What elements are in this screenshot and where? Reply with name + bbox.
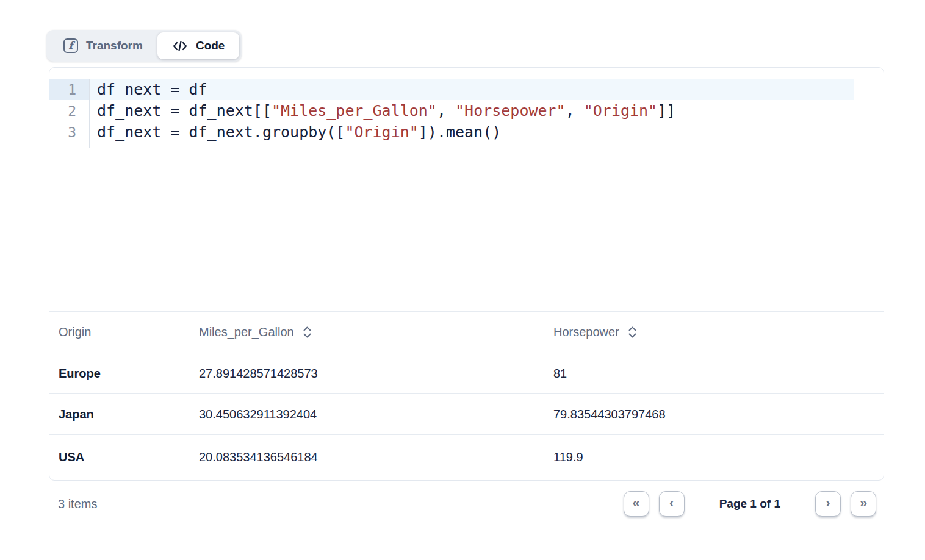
last-page-button[interactable]: »: [851, 491, 876, 517]
cell-horsepower: 119.9: [544, 450, 884, 464]
code-lines: 1df_next = df2df_next = df_next[["Miles_…: [49, 79, 884, 143]
tab-transform[interactable]: f Transform: [49, 32, 157, 59]
previous-page-button[interactable]: ‹: [659, 491, 685, 517]
items-count: 3 items: [49, 497, 97, 511]
cell-origin: Europe: [49, 367, 190, 381]
code-text: df_next = df_next.groupby(["Origin"]).me…: [90, 121, 854, 143]
first-page-button[interactable]: «: [624, 491, 649, 517]
code-icon: [172, 40, 188, 52]
table-header-row: Origin Miles_per_Gallon Horsepower: [49, 312, 884, 353]
table-row: Europe 27.891428571428573 81: [49, 353, 884, 394]
cell-horsepower: 79.83544303797468: [544, 407, 884, 422]
code-line[interactable]: 3df_next = df_next.groupby(["Origin"]).m…: [49, 121, 854, 143]
cell-miles-per-gallon: 27.891428571428573: [190, 367, 544, 381]
table-row: USA 20.083534136546184 119.9: [49, 435, 884, 479]
table-row: Japan 30.450632911392404 79.835443037974…: [49, 394, 884, 435]
gutter-tail: [49, 143, 90, 148]
table-footer: 3 items « ‹ Page 1 of 1 › »: [49, 486, 884, 522]
column-header-label: Origin: [59, 325, 91, 339]
chevron-left-icon: ‹: [669, 495, 674, 511]
chevron-right-icon: ›: [826, 495, 830, 511]
cell-miles-per-gallon: 30.450632911392404: [190, 407, 544, 422]
code-text: df_next = df_next[["Miles_per_Gallon", "…: [90, 100, 854, 121]
next-page-button[interactable]: ›: [815, 491, 841, 517]
code-line[interactable]: 1df_next = df: [49, 79, 854, 100]
sort-icon[interactable]: [627, 325, 638, 339]
double-chevron-left-icon: «: [633, 495, 640, 511]
page-indicator: Page 1 of 1: [719, 497, 780, 511]
code-editor[interactable]: 1df_next = df2df_next = df_next[["Miles_…: [49, 68, 884, 312]
main-panel: 1df_next = df2df_next = df_next[["Miles_…: [49, 67, 884, 481]
code-text: df_next = df: [90, 79, 854, 100]
cell-origin: USA: [49, 450, 190, 464]
sort-icon[interactable]: [302, 325, 312, 339]
pagination: « ‹ Page 1 of 1 › »: [624, 491, 876, 517]
tab-code[interactable]: Code: [157, 32, 240, 59]
line-number: 2: [49, 100, 90, 121]
code-line[interactable]: 2df_next = df_next[["Miles_per_Gallon", …: [49, 100, 854, 121]
function-icon: f: [63, 38, 78, 53]
tab-code-label: Code: [196, 39, 225, 52]
view-tabbar: f Transform Code: [46, 30, 242, 62]
column-header-horsepower: Horsepower: [544, 325, 884, 339]
cell-origin: Japan: [49, 407, 190, 422]
line-number: 1: [49, 79, 90, 100]
column-header-label: Miles_per_Gallon: [199, 325, 294, 339]
column-header-miles-per-gallon: Miles_per_Gallon: [190, 325, 544, 339]
tab-transform-label: Transform: [86, 39, 143, 52]
line-number: 3: [49, 121, 90, 143]
column-header-origin: Origin: [49, 325, 190, 339]
column-header-label: Horsepower: [553, 325, 619, 339]
cell-miles-per-gallon: 20.083534136546184: [190, 450, 544, 464]
double-chevron-right-icon: »: [860, 495, 867, 511]
cell-horsepower: 81: [544, 367, 884, 381]
